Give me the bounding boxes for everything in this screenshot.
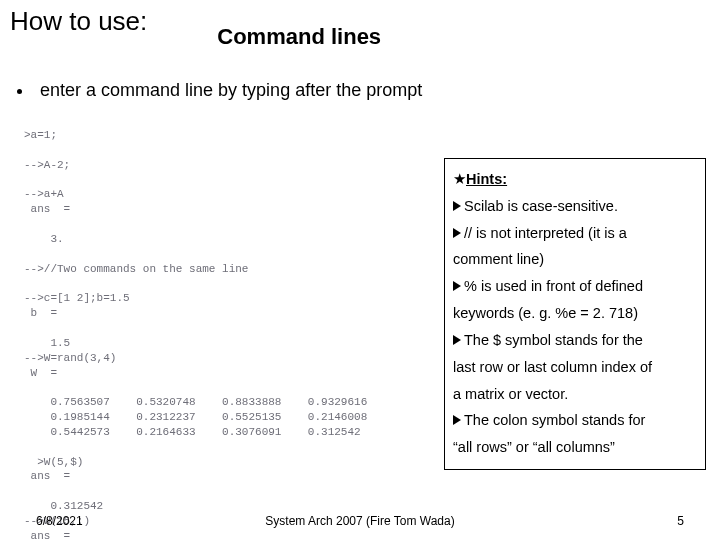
hint-item-cont: a matrix or vector. <box>453 381 697 408</box>
hints-box: ★Hints: Scilab is case-sensitive. // is … <box>444 158 706 470</box>
slide-footer: 6/8/2021 System Arch 2007 (Fire Tom Wada… <box>0 514 720 528</box>
hint-item-cont: comment line) <box>453 246 697 273</box>
instruction-item: enter a command line by typing after the… <box>34 80 720 101</box>
chevron-right-icon <box>453 228 461 238</box>
hint-item: % is used in front of defined <box>464 278 643 294</box>
footer-date: 6/8/2021 <box>36 514 83 528</box>
page-number: 5 <box>677 514 684 528</box>
chevron-right-icon <box>453 415 461 425</box>
hint-item: Scilab is case-sensitive. <box>464 198 618 214</box>
chevron-right-icon <box>453 335 461 345</box>
hint-item: The colon symbol stands for <box>464 412 645 428</box>
hint-item: // is not interpreted (it is a <box>464 225 627 241</box>
command-lines-heading: Command lines <box>217 24 381 50</box>
instruction-list: enter a command line by typing after the… <box>34 80 720 101</box>
star-icon: ★ <box>453 170 466 187</box>
hints-heading: Hints: <box>466 171 507 187</box>
hint-item-cont: keywords (e. g. %e = 2. 718) <box>453 300 697 327</box>
hint-item-cont: “all rows” or “all columns” <box>453 434 697 461</box>
hint-item: The $ symbol stands for the <box>464 332 643 348</box>
scilab-console-output: >a=1; -->A-2; -->a+A ans = 3. -->//Two c… <box>24 128 424 540</box>
how-to-use-heading: How to use: <box>10 6 147 37</box>
hint-item-cont: last row or last column index of <box>453 354 697 381</box>
chevron-right-icon <box>453 201 461 211</box>
chevron-right-icon <box>453 281 461 291</box>
footer-course: System Arch 2007 (Fire Tom Wada) <box>0 514 720 528</box>
